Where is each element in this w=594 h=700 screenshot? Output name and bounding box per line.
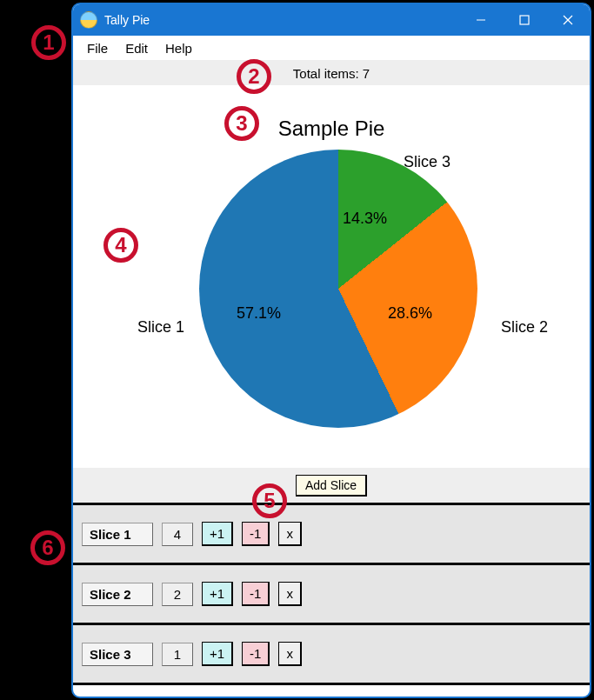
- close-icon: [562, 14, 574, 26]
- increment-button[interactable]: +1: [202, 522, 233, 546]
- annotation-badge-4: 4: [103, 228, 138, 263]
- pie-percent-1: 57.1%: [237, 304, 281, 323]
- pie-slice-label-3: Slice 3: [404, 153, 451, 171]
- minimize-button[interactable]: [459, 4, 503, 36]
- maximize-button[interactable]: [503, 4, 546, 36]
- app-icon: [80, 11, 97, 29]
- slice-name[interactable]: Slice 2: [82, 583, 153, 606]
- annotation-badge-1: 1: [31, 25, 66, 60]
- delete-slice-button[interactable]: x: [278, 522, 302, 546]
- decrement-button[interactable]: -1: [242, 522, 270, 546]
- maximize-icon: [518, 14, 531, 26]
- minimize-icon: [475, 14, 487, 26]
- annotation-badge-3: 3: [224, 106, 259, 141]
- app-window: Tally Pie File Edit Help Total items: 7 …: [71, 3, 591, 698]
- svg-rect-1: [520, 16, 529, 24]
- delete-slice-button[interactable]: x: [278, 642, 302, 666]
- decrement-button[interactable]: -1: [242, 642, 270, 666]
- slice-count: 1: [162, 643, 193, 666]
- menu-edit[interactable]: Edit: [117, 39, 157, 57]
- slice-count: 2: [162, 583, 193, 606]
- pie-slice-label-2: Slice 2: [501, 318, 548, 337]
- close-button[interactable]: [546, 4, 590, 36]
- slice-row: Slice 1 4 +1 -1 x: [73, 505, 590, 565]
- slice-row: Slice 3 1 +1 -1 x: [73, 625, 590, 685]
- increment-button[interactable]: +1: [202, 582, 233, 606]
- annotation-badge-5: 5: [252, 483, 287, 518]
- pie-percent-3: 14.3%: [343, 210, 387, 228]
- pie-graphic: [199, 150, 477, 428]
- delete-slice-button[interactable]: x: [278, 582, 302, 606]
- annotation-badge-6: 6: [30, 530, 65, 565]
- slice-name[interactable]: Slice 3: [82, 643, 153, 666]
- slice-count: 4: [162, 523, 193, 546]
- pie-chart: [199, 150, 477, 428]
- annotation-badge-2: 2: [237, 59, 271, 94]
- pie-slice-label-1: Slice 1: [137, 318, 184, 337]
- window-title: Tally Pie: [104, 13, 150, 27]
- slice-name[interactable]: Slice 1: [82, 523, 153, 546]
- chart-title: Sample Pie: [73, 117, 590, 141]
- titlebar: Tally Pie: [73, 4, 590, 36]
- slice-rows: Slice 1 4 +1 -1 x Slice 2 2 +1 -1 x Slic…: [73, 503, 590, 685]
- pie-percent-2: 28.6%: [388, 304, 432, 323]
- menu-help[interactable]: Help: [157, 39, 201, 57]
- increment-button[interactable]: +1: [202, 642, 233, 666]
- menu-file[interactable]: File: [78, 39, 117, 57]
- add-slice-button[interactable]: Add Slice: [296, 475, 367, 497]
- decrement-button[interactable]: -1: [242, 582, 270, 606]
- menubar: File Edit Help: [73, 36, 590, 61]
- add-slice-bar: Add Slice: [73, 468, 590, 503]
- slice-row: Slice 2 2 +1 -1 x: [73, 565, 590, 625]
- chart-area: Sample Pie Slice 1 Slice 2 Slice 3 57.1%…: [73, 85, 590, 468]
- total-items-label: Total items: 7: [293, 66, 370, 81]
- total-items-bar: Total items: 7: [73, 61, 590, 85]
